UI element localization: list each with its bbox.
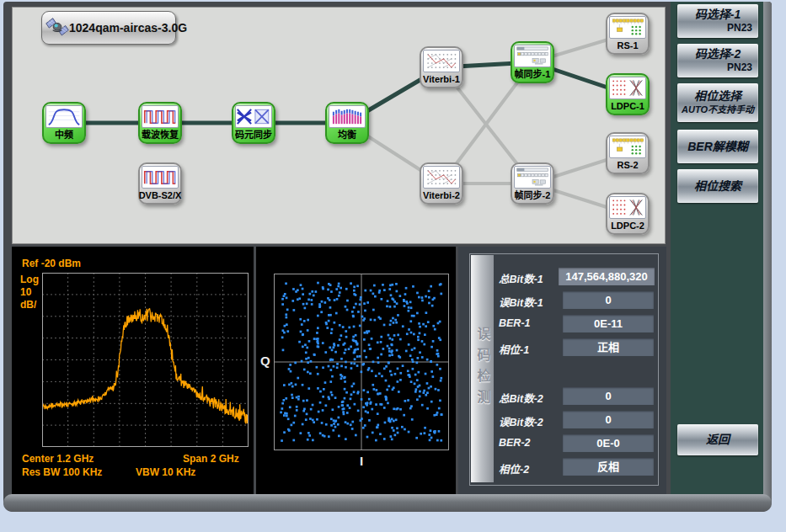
ldpc-1-icon xyxy=(609,77,646,99)
spectrum-panel: Ref -20 dBm Log 10 dB/ Center 1.2 GHz Sp… xyxy=(12,247,254,494)
page-background: 1024qam-aircas-3.0G 中频载波恢复码元同步均衡DVB-S2/X… xyxy=(0,0,786,532)
sidebar: 码选择-1PN23码选择-2PN23相位选择AUTO不支持手动BER解模糊相位搜… xyxy=(671,2,763,494)
block-ldpc-2[interactable]: LDPC-2 xyxy=(606,193,650,235)
spectrum-scale-label: Log 10 dB/ xyxy=(20,274,39,311)
stats-value-ber-1: 0E-11 xyxy=(563,315,654,332)
stats-value-error-bits-2: 0 xyxy=(563,411,654,428)
error-detection-title: 误码检测 xyxy=(471,255,494,482)
window-frame-right xyxy=(763,2,772,503)
if-icon xyxy=(45,105,83,128)
spectrum-rbw-label: Res BW 100 KHz xyxy=(22,466,102,478)
spectrum-span-label: Span 2 GHz xyxy=(183,453,239,465)
viterbi-2-icon xyxy=(423,166,460,189)
signal-title-label: 1024qam-aircas-3.0G xyxy=(69,21,187,35)
block-frame-sync-2[interactable]: 帧同步-2 xyxy=(511,162,554,205)
button-label: 相位选择 xyxy=(677,89,758,104)
button-label: 码选择-1 xyxy=(677,8,758,22)
block-label: 帧同步-1 xyxy=(515,67,551,82)
block-ldpc-1[interactable]: LDPC-1 xyxy=(606,73,650,115)
block-rs-2[interactable]: RS-2 xyxy=(606,132,650,174)
stats-value-phase-1: 正相 xyxy=(563,338,654,356)
constellation-panel: Q I xyxy=(256,247,456,494)
stats-label-ber-1: BER-1 xyxy=(499,317,531,329)
dvb-s2x-icon xyxy=(142,166,179,189)
stats-label-error-bits-1: 误Bit数-1 xyxy=(499,294,543,310)
stats-value-total-bits-2: 0 xyxy=(563,387,654,405)
spectrum-ref-label: Ref -20 dBm xyxy=(22,258,81,269)
block-label: Viterbi-2 xyxy=(423,189,460,203)
block-label: 载波恢复 xyxy=(142,128,179,142)
block-viterbi-2[interactable]: Viterbi-2 xyxy=(420,162,463,205)
sidebar-button-ber-deambiguity[interactable]: BER解模糊 xyxy=(677,130,758,163)
rs-2-icon xyxy=(609,136,646,158)
satellite-icon xyxy=(45,16,70,40)
signal-title-block[interactable]: 1024qam-aircas-3.0G xyxy=(41,11,176,45)
frame-sync-2-icon xyxy=(514,166,551,189)
sidebar-button-back[interactable]: 返回 xyxy=(677,424,758,455)
symbol-sync-icon xyxy=(235,105,272,128)
frame-sync-1-icon xyxy=(514,45,551,67)
viterbi-1-icon xyxy=(423,50,460,72)
spectrum-center-label: Center 1.2 GHz xyxy=(22,453,94,465)
block-label: LDPC-2 xyxy=(611,219,644,233)
block-carrier-recovery[interactable]: 载波恢复 xyxy=(138,102,182,144)
block-viterbi-1[interactable]: Viterbi-1 xyxy=(420,46,463,88)
block-label: 均衡 xyxy=(338,128,356,142)
spectrum-vbw-label: VBW 10 KHz xyxy=(136,466,195,478)
q-axis-label: Q xyxy=(260,354,270,368)
sidebar-button-code-select-2[interactable]: 码选择-2PN23 xyxy=(677,44,758,77)
button-label: 返回 xyxy=(677,433,758,447)
diagram-area: 1024qam-aircas-3.0G 中频载波恢复码元同步均衡DVB-S2/X… xyxy=(12,7,666,244)
button-label: BER解模糊 xyxy=(677,140,758,154)
block-label: Viterbi-1 xyxy=(423,72,460,87)
block-label: LDPC-1 xyxy=(611,99,644,114)
stats-value-error-bits-1: 0 xyxy=(563,291,654,309)
ldpc-2-icon xyxy=(609,196,646,219)
button-label: 相位搜索 xyxy=(677,179,758,194)
button-value: PN23 xyxy=(677,22,758,35)
button-label: 码选择-2 xyxy=(677,47,758,61)
equalizer-icon xyxy=(329,105,366,128)
block-rs-1[interactable]: RS-1 xyxy=(606,13,650,55)
spectrum-plot xyxy=(42,273,249,447)
stats-value-total-bits-1: 147,564,880,320 xyxy=(559,268,655,285)
block-label: DVB-S2/X xyxy=(139,189,182,203)
sidebar-button-phase-select[interactable]: 相位选择AUTO不支持手动 xyxy=(677,83,758,122)
button-value: AUTO不支持手动 xyxy=(677,104,758,116)
stats-value-ber-2: 0E-0 xyxy=(563,434,654,452)
error-stats-panel: 误码检测 总Bit数-1147,564,880,320误Bit数-10BER-1… xyxy=(458,247,666,494)
sidebar-button-code-select-1[interactable]: 码选择-1PN23 xyxy=(677,4,758,38)
stats-label-phase-2: 相位-2 xyxy=(499,460,529,476)
block-label: 码元同步 xyxy=(235,128,272,142)
carrier-recovery-icon xyxy=(142,105,179,128)
stats-label-ber-2: BER-2 xyxy=(499,437,531,449)
block-frame-sync-1[interactable]: 帧同步-1 xyxy=(511,41,554,83)
block-label: 中频 xyxy=(55,128,73,142)
i-axis-label: I xyxy=(274,454,449,468)
stats-label-phase-1: 相位-1 xyxy=(499,341,529,357)
block-dvb-s2x[interactable]: DVB-S2/X xyxy=(138,162,182,205)
block-label: RS-1 xyxy=(617,39,638,53)
app-window: 1024qam-aircas-3.0G 中频载波恢复码元同步均衡DVB-S2/X… xyxy=(3,2,772,512)
rs-1-icon xyxy=(609,16,646,39)
block-symbol-sync[interactable]: 码元同步 xyxy=(232,102,275,144)
stats-label-total-bits-2: 总Bit数-2 xyxy=(499,390,543,406)
block-label: 帧同步-2 xyxy=(515,189,551,203)
block-label: RS-2 xyxy=(617,158,638,173)
block-equalizer[interactable]: 均衡 xyxy=(325,102,369,144)
constellation-plot xyxy=(274,274,449,450)
sidebar-button-phase-search[interactable]: 相位搜索 xyxy=(677,169,758,203)
stats-label-error-bits-2: 误Bit数-2 xyxy=(499,413,543,429)
stats-label-total-bits-1: 总Bit数-1 xyxy=(499,270,543,286)
block-if[interactable]: 中频 xyxy=(42,102,86,144)
button-value: PN23 xyxy=(677,61,758,74)
stats-value-phase-2: 反相 xyxy=(563,458,654,476)
window-frame-bottom xyxy=(3,494,772,512)
